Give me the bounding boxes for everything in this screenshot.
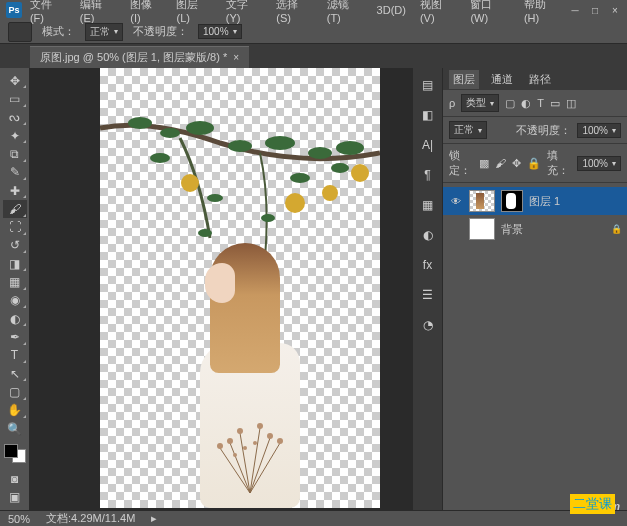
svg-point-24 <box>243 446 247 450</box>
menu-image[interactable]: 图像(I) <box>124 0 168 26</box>
adjustments-panel-icon[interactable]: ◐ <box>417 226 439 244</box>
gradient-tool[interactable]: ▦ <box>3 273 27 290</box>
paragraph-panel-icon[interactable]: ¶ <box>417 166 439 184</box>
eraser-tool[interactable]: ◨ <box>3 255 27 272</box>
svg-point-20 <box>227 438 233 444</box>
lasso-tool[interactable]: ᔓ <box>3 109 27 126</box>
swatches-panel-icon[interactable]: ▦ <box>417 196 439 214</box>
move-tool[interactable]: ✥ <box>3 72 27 89</box>
svg-point-25 <box>253 441 257 445</box>
tab-layers[interactable]: 图层 <box>449 70 479 89</box>
lock-pixels-icon[interactable]: 🖌 <box>495 157 506 169</box>
history-brush-tool[interactable]: ↺ <box>3 237 27 254</box>
path-selection-tool[interactable]: ↖ <box>3 365 27 382</box>
filter-adjustment-icon[interactable]: ◐ <box>521 97 531 110</box>
magic-wand-tool[interactable]: ✦ <box>3 127 27 144</box>
hand-tool[interactable]: ✋ <box>3 402 27 419</box>
svg-point-14 <box>181 174 199 192</box>
maximize-button[interactable]: □ <box>589 4 601 16</box>
visibility-toggle-icon[interactable] <box>449 222 463 236</box>
svg-point-26 <box>233 453 237 457</box>
layer-row-background[interactable]: 背景 🔒 <box>443 215 627 243</box>
dodge-tool[interactable]: ◐ <box>3 310 27 327</box>
layer-row-layer1[interactable]: 👁 图层 1 <box>443 187 627 215</box>
status-chevron-icon[interactable]: ▸ <box>151 512 157 525</box>
main-area: ✥ ▭ ᔓ ✦ ⧉ ✎ ✚ 🖌 ⛶ ↺ ◨ ▦ ◉ ◐ ✒ T ↖ ▢ ✋ 🔍 … <box>0 68 627 510</box>
filter-pixel-icon[interactable]: ▢ <box>505 97 515 110</box>
lock-fill-row: 锁定： ▩ 🖌 ✥ 🔒 填充： 100% <box>443 144 627 183</box>
window-controls: ─ □ × <box>569 4 621 16</box>
svg-point-22 <box>217 443 223 449</box>
pen-tool[interactable]: ✒ <box>3 328 27 345</box>
layer-mask-thumbnail[interactable] <box>501 190 523 212</box>
close-tab-icon[interactable]: × <box>233 52 239 63</box>
foreground-color[interactable] <box>4 444 18 458</box>
document-tab[interactable]: 原图.jpg @ 50% (图层 1, 图层蒙版/8) * × <box>30 46 249 68</box>
clone-stamp-tool[interactable]: ⛶ <box>3 219 27 236</box>
document-canvas[interactable] <box>100 68 380 508</box>
healing-brush-tool[interactable]: ✚ <box>3 182 27 199</box>
layer-thumbnail[interactable] <box>469 190 495 212</box>
collapsed-panel-dock: ▤ ◧ A| ¶ ▦ ◐ fx ☰ ◔ <box>412 68 442 510</box>
minimize-button[interactable]: ─ <box>569 4 581 16</box>
menu-3d[interactable]: 3D(D) <box>371 2 412 18</box>
layers-panel: 图层 通道 路径 ρ 类型 ▢ ◐ T ▭ ◫ 正常 不透明度： 100% 锁定… <box>442 68 627 510</box>
screen-mode-toggle[interactable]: ▣ <box>3 489 27 506</box>
menu-help[interactable]: 帮助(H) <box>518 0 567 26</box>
menu-type[interactable]: 文字(Y) <box>220 0 268 26</box>
color-swatches[interactable] <box>4 444 26 463</box>
close-button[interactable]: × <box>609 4 621 16</box>
shape-tool[interactable]: ▢ <box>3 383 27 400</box>
zoom-level[interactable]: 50% <box>8 513 30 525</box>
fill-dropdown[interactable]: 100% <box>577 156 621 171</box>
lock-all-icon[interactable]: 🔒 <box>527 157 541 170</box>
filter-type-icon[interactable]: T <box>537 97 544 109</box>
color-panel-icon[interactable]: ◧ <box>417 106 439 124</box>
layer-blend-mode-dropdown[interactable]: 正常 <box>449 121 487 139</box>
styles-panel-icon[interactable]: fx <box>417 256 439 274</box>
document-info[interactable]: 文档:4.29M/11.4M <box>46 511 135 526</box>
menu-window[interactable]: 窗口(W) <box>464 0 516 26</box>
filter-smart-icon[interactable]: ◫ <box>566 97 576 110</box>
quick-mask-toggle[interactable]: ◙ <box>3 470 27 487</box>
svg-point-9 <box>198 229 212 237</box>
canvas-area[interactable] <box>30 68 412 510</box>
opacity-dropdown[interactable]: 100% <box>198 24 242 39</box>
layer-opacity-dropdown[interactable]: 100% <box>577 123 621 138</box>
menu-layer[interactable]: 图层(L) <box>170 0 217 26</box>
tab-paths[interactable]: 路径 <box>525 70 555 89</box>
flowers-graphic <box>190 393 310 493</box>
tab-channels[interactable]: 通道 <box>487 70 517 89</box>
marquee-tool[interactable]: ▭ <box>3 90 27 107</box>
svg-point-12 <box>290 173 310 183</box>
character-panel-icon[interactable]: A| <box>417 136 439 154</box>
type-tool[interactable]: T <box>3 347 27 364</box>
lock-position-icon[interactable]: ✥ <box>512 157 521 170</box>
zoom-tool[interactable]: 🔍 <box>3 420 27 437</box>
lock-transparency-icon[interactable]: ▩ <box>479 157 489 170</box>
watermark-subtitle: 二堂课 <box>570 494 615 514</box>
kind-filter-dropdown[interactable]: 类型 <box>461 94 499 112</box>
layer-thumbnail[interactable] <box>469 218 495 240</box>
history-panel-icon[interactable]: ▤ <box>417 76 439 94</box>
image-content <box>100 68 380 508</box>
crop-tool[interactable]: ⧉ <box>3 145 27 162</box>
menu-view[interactable]: 视图(V) <box>414 0 462 26</box>
properties-panel-icon[interactable]: ☰ <box>417 286 439 304</box>
info-panel-icon[interactable]: ◔ <box>417 316 439 334</box>
tool-preset-picker[interactable] <box>8 22 32 42</box>
brush-tool[interactable]: 🖌 <box>3 200 27 217</box>
svg-point-10 <box>261 214 275 222</box>
svg-point-0 <box>128 117 152 129</box>
layer-name[interactable]: 图层 1 <box>529 194 560 209</box>
visibility-toggle-icon[interactable]: 👁 <box>449 194 463 208</box>
menu-select[interactable]: 选择(S) <box>270 0 318 26</box>
layer-name[interactable]: 背景 <box>501 222 523 237</box>
menu-filter[interactable]: 滤镜(T) <box>321 0 369 26</box>
svg-point-7 <box>150 153 170 163</box>
kind-filter-label: ρ <box>449 97 455 109</box>
blur-tool[interactable]: ◉ <box>3 292 27 309</box>
blend-mode-dropdown[interactable]: 正常 <box>85 23 123 41</box>
filter-shape-icon[interactable]: ▭ <box>550 97 560 110</box>
eyedropper-tool[interactable]: ✎ <box>3 164 27 181</box>
